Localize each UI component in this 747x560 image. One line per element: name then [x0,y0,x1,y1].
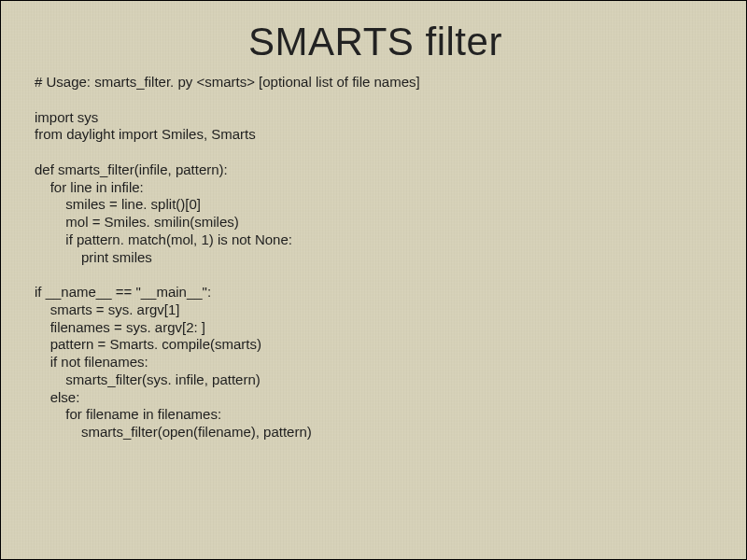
code-block: # Usage: smarts_filter. py <smarts> [opt… [35,74,716,441]
slide-title: SMARTS filter [35,20,716,64]
slide: SMARTS filter # Usage: smarts_filter. py… [1,1,746,441]
